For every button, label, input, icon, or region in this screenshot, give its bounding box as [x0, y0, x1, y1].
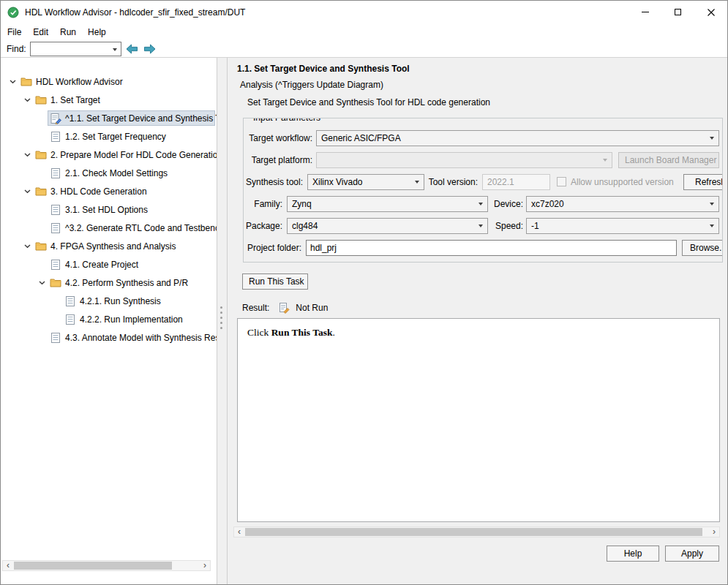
tree-item-body[interactable]: 1. Set Target — [33, 92, 215, 107]
tree-item-body[interactable]: 4.2.1. Run Synthesis — [62, 293, 215, 309]
family-select[interactable]: Zynq — [287, 196, 488, 212]
tree-item-body[interactable]: 2. Prepare Model For HDL Code Generation — [33, 147, 215, 162]
task-icon — [50, 167, 61, 179]
scroll-right-icon[interactable]: › — [200, 561, 210, 570]
task-description: Set Target Device and Synthesis Tool for… — [247, 97, 490, 107]
allow-unsupported-checkbox — [557, 177, 566, 186]
find-previous-button[interactable] — [124, 42, 140, 56]
tree-item[interactable]: 4.3. Annotate Model with Synthesis Resul… — [1, 328, 217, 347]
maximize-button[interactable] — [661, 1, 694, 23]
tree-item-label: 3. HDL Code Generation — [50, 186, 147, 197]
scrollbar-thumb[interactable] — [245, 528, 702, 536]
task-icon — [64, 295, 76, 307]
tree-item-body[interactable]: 4.3. Annotate Model with Synthesis Resul… — [48, 330, 215, 345]
refresh-button[interactable]: Refresh — [683, 174, 723, 190]
help-button[interactable]: Help — [607, 546, 659, 562]
tree-item[interactable]: HDL Workflow Advisor — [1, 72, 217, 91]
tree-item-label: 2. Prepare Model For HDL Code Generation — [50, 150, 217, 160]
tree-item[interactable]: 2.1. Check Model Settings — [1, 164, 217, 182]
find-bar: Find: — [1, 40, 727, 58]
menu-item-run[interactable]: Run — [54, 25, 82, 39]
task-icon — [50, 259, 61, 271]
tree-item-label: HDL Workflow Advisor — [36, 77, 123, 87]
window-title: HDL Workflow Advisor - hdlcoder_sfir_fix… — [25, 7, 245, 18]
chevron-down-icon[interactable] — [36, 277, 48, 289]
tree-item[interactable]: 3. HDL Code Generation — [1, 182, 217, 200]
browse-button[interactable]: Browse... — [682, 240, 723, 256]
tree-item-body[interactable]: 3. HDL Code Generation — [33, 184, 215, 199]
panel-horizontal-scrollbar[interactable]: ‹ › — [233, 526, 720, 537]
tree-item[interactable]: 1.2. Set Target Frequency — [1, 127, 217, 146]
tree-item-body[interactable]: 3.1. Set HDL Options — [48, 202, 215, 217]
tree-item[interactable]: 2. Prepare Model For HDL Code Generation — [1, 146, 217, 164]
device-select[interactable]: xc7z020 — [526, 196, 719, 212]
tree-item-body[interactable]: 4.1. Create Project — [48, 257, 215, 272]
task-panel: 1.1. Set Target Device and Synthesis Too… — [227, 58, 727, 584]
chevron-placeholder — [36, 332, 48, 344]
chevron-down-icon[interactable] — [7, 76, 18, 88]
speed-select[interactable]: -1 — [526, 218, 719, 234]
arrow-right-icon — [143, 43, 157, 55]
tree-item-body[interactable]: ^3.2. Generate RTL Code and Testbench — [48, 220, 215, 235]
target-workflow-select[interactable]: Generic ASIC/FPGA — [316, 130, 719, 146]
tool-version-field: 2022.1 — [482, 174, 550, 190]
target-platform-select — [316, 152, 612, 168]
menu-item-help[interactable]: Help — [82, 25, 112, 39]
input-parameters-group: Input Parameters Target workflow: Generi… — [243, 118, 723, 263]
scroll-left-icon[interactable]: ‹ — [3, 561, 13, 570]
tree-item[interactable]: 4.1. Create Project — [1, 255, 217, 273]
tree-item[interactable]: ^1.1. Set Target Device and Synthesis To… — [1, 109, 217, 127]
apply-button[interactable]: Apply — [665, 546, 719, 562]
tree-item-body[interactable]: 4.2.2. Run Implementation — [62, 312, 215, 327]
chevron-down-icon[interactable] — [21, 149, 33, 161]
minimize-button[interactable] — [628, 1, 661, 23]
tree-item-body[interactable]: 4. FPGA Synthesis and Analysis — [33, 238, 215, 254]
chevron-placeholder — [36, 222, 48, 234]
tree-item[interactable]: 4.2. Perform Synthesis and P/R — [1, 273, 217, 292]
close-button[interactable] — [694, 1, 727, 23]
scroll-right-icon[interactable]: › — [709, 527, 719, 537]
tree-item[interactable]: 4.2.1. Run Synthesis — [1, 292, 217, 310]
panel-splitter[interactable] — [217, 58, 227, 584]
chevron-down-icon — [710, 203, 714, 205]
folder-icon — [20, 76, 32, 88]
family-label: Family: — [244, 196, 282, 212]
package-select[interactable]: clg484 — [287, 218, 488, 234]
project-folder-input[interactable] — [306, 240, 677, 256]
tree-horizontal-scrollbar[interactable]: ‹ › — [2, 560, 211, 571]
find-next-button[interactable] — [143, 42, 158, 56]
result-row: Result: Not Run — [242, 301, 328, 314]
title-bar[interactable]: HDL Workflow Advisor - hdlcoder_sfir_fix… — [1, 1, 727, 24]
chevron-placeholder — [36, 204, 48, 216]
tree-item[interactable]: 4. FPGA Synthesis and Analysis — [1, 237, 217, 255]
result-label: Result: — [242, 303, 269, 313]
tree-item[interactable]: ^3.2. Generate RTL Code and Testbench — [1, 219, 217, 237]
tree-item-body[interactable]: HDL Workflow Advisor — [18, 74, 215, 89]
find-combobox[interactable] — [30, 42, 121, 56]
tree-item-body[interactable]: ^1.1. Set Target Device and Synthesis To… — [48, 110, 215, 126]
hdl-workflow-advisor-window: HDL Workflow Advisor - hdlcoder_sfir_fix… — [0, 0, 728, 585]
tree-item-body[interactable]: 1.2. Set Target Frequency — [48, 129, 215, 144]
menu-item-file[interactable]: File — [1, 25, 27, 39]
tree-item-label: ^1.1. Set Target Device and Synthesis To… — [65, 113, 217, 124]
speed-label: Speed: — [494, 218, 523, 234]
tree-item[interactable]: 4.2.2. Run Implementation — [1, 310, 217, 328]
tree-item[interactable]: 3.1. Set HDL Options — [1, 200, 217, 219]
scroll-left-icon[interactable]: ‹ — [234, 527, 244, 537]
tree-item-body[interactable]: 2.1. Check Model Settings — [48, 165, 215, 181]
tree-item-label: 4.2. Perform Synthesis and P/R — [65, 278, 188, 288]
menu-item-edit[interactable]: Edit — [27, 25, 54, 39]
run-this-task-button[interactable]: Run This Task — [242, 273, 308, 290]
chevron-down-icon[interactable] — [21, 241, 33, 252]
tree-item[interactable]: 1. Set Target — [1, 91, 217, 109]
find-input[interactable] — [32, 43, 108, 55]
chevron-down-icon — [710, 137, 714, 140]
chevron-down-icon[interactable] — [21, 94, 33, 106]
synthesis-tool-select[interactable]: Xilinx Vivado — [307, 174, 424, 190]
tree-item-body[interactable]: 4.2. Perform Synthesis and P/R — [48, 275, 215, 290]
scrollbar-thumb[interactable] — [14, 562, 172, 570]
task-icon — [50, 332, 61, 344]
chevron-down-icon[interactable] — [21, 186, 33, 197]
menu-bar: FileEditRunHelp — [1, 24, 727, 40]
tree-item-label: 4. FPGA Synthesis and Analysis — [50, 241, 176, 252]
